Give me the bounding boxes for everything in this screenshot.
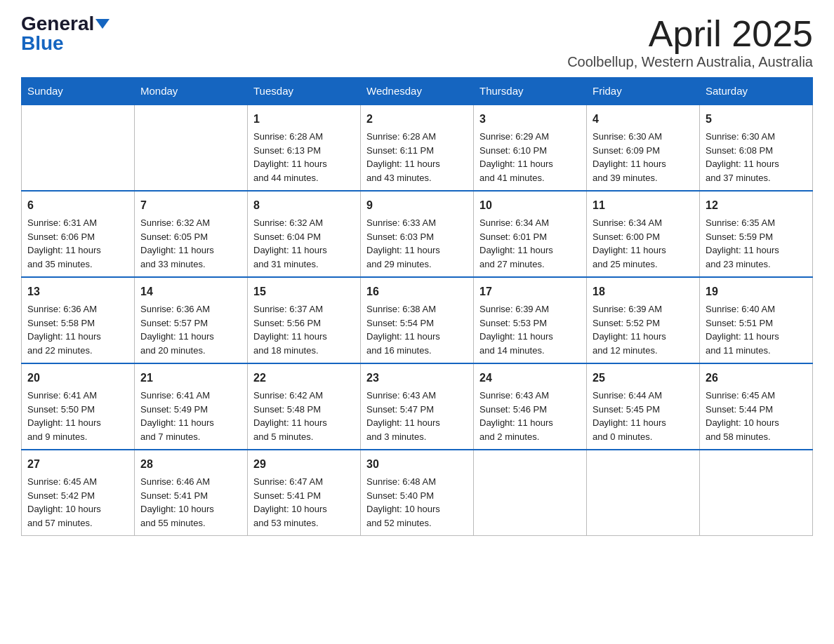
day-number: 5 bbox=[706, 111, 807, 128]
day-number: 30 bbox=[366, 456, 468, 473]
day-number: 25 bbox=[593, 370, 694, 387]
day-number: 11 bbox=[593, 197, 694, 214]
day-number: 26 bbox=[706, 370, 807, 387]
day-number: 21 bbox=[140, 370, 241, 387]
calendar-day-cell: 13Sunrise: 6:36 AM Sunset: 5:58 PM Dayli… bbox=[22, 277, 135, 363]
day-number: 29 bbox=[253, 456, 355, 473]
calendar-day-cell bbox=[22, 105, 135, 191]
day-number: 23 bbox=[366, 370, 468, 387]
calendar-day-cell: 11Sunrise: 6:34 AM Sunset: 6:00 PM Dayli… bbox=[587, 191, 700, 277]
calendar-day-cell: 26Sunrise: 6:45 AM Sunset: 5:44 PM Dayli… bbox=[700, 363, 813, 450]
calendar-day-cell: 1Sunrise: 6:28 AM Sunset: 6:13 PM Daylig… bbox=[248, 105, 361, 191]
day-info: Sunrise: 6:31 AM Sunset: 6:06 PM Dayligh… bbox=[27, 216, 128, 271]
calendar-week-row: 1Sunrise: 6:28 AM Sunset: 6:13 PM Daylig… bbox=[22, 105, 813, 191]
day-number: 2 bbox=[366, 111, 468, 128]
calendar-day-cell: 4Sunrise: 6:30 AM Sunset: 6:09 PM Daylig… bbox=[587, 105, 700, 191]
calendar-table: SundayMondayTuesdayWednesdayThursdayFrid… bbox=[21, 77, 813, 536]
day-number: 10 bbox=[479, 197, 581, 214]
day-info: Sunrise: 6:42 AM Sunset: 5:48 PM Dayligh… bbox=[253, 389, 355, 443]
day-info: Sunrise: 6:36 AM Sunset: 5:57 PM Dayligh… bbox=[140, 302, 241, 357]
day-info: Sunrise: 6:28 AM Sunset: 6:13 PM Dayligh… bbox=[253, 130, 355, 185]
day-number: 9 bbox=[366, 197, 468, 214]
day-info: Sunrise: 6:46 AM Sunset: 5:41 PM Dayligh… bbox=[140, 475, 241, 530]
calendar-day-cell bbox=[474, 450, 587, 536]
day-info: Sunrise: 6:28 AM Sunset: 6:11 PM Dayligh… bbox=[366, 130, 468, 185]
day-number: 20 bbox=[27, 370, 128, 387]
day-number: 22 bbox=[253, 370, 355, 387]
day-number: 7 bbox=[140, 197, 241, 214]
day-number: 3 bbox=[479, 111, 581, 128]
day-info: Sunrise: 6:38 AM Sunset: 5:54 PM Dayligh… bbox=[366, 302, 468, 357]
calendar-day-cell: 20Sunrise: 6:41 AM Sunset: 5:50 PM Dayli… bbox=[22, 363, 135, 450]
day-number: 17 bbox=[479, 283, 581, 300]
calendar-day-cell: 25Sunrise: 6:44 AM Sunset: 5:45 PM Dayli… bbox=[587, 363, 700, 450]
calendar-day-cell bbox=[135, 105, 248, 191]
calendar-day-cell bbox=[587, 450, 700, 536]
day-number: 14 bbox=[140, 283, 241, 300]
day-info: Sunrise: 6:34 AM Sunset: 6:00 PM Dayligh… bbox=[593, 216, 694, 271]
calendar-day-cell: 23Sunrise: 6:43 AM Sunset: 5:47 PM Dayli… bbox=[361, 363, 474, 450]
calendar-day-cell: 12Sunrise: 6:35 AM Sunset: 5:59 PM Dayli… bbox=[700, 191, 813, 277]
calendar-day-cell: 14Sunrise: 6:36 AM Sunset: 5:57 PM Dayli… bbox=[135, 277, 248, 363]
calendar-day-header: Tuesday bbox=[248, 78, 361, 105]
day-number: 24 bbox=[479, 370, 581, 387]
calendar-day-cell: 5Sunrise: 6:30 AM Sunset: 6:08 PM Daylig… bbox=[700, 105, 813, 191]
calendar-day-cell: 29Sunrise: 6:47 AM Sunset: 5:41 PM Dayli… bbox=[248, 450, 361, 536]
day-number: 6 bbox=[27, 197, 128, 214]
day-info: Sunrise: 6:45 AM Sunset: 5:44 PM Dayligh… bbox=[706, 389, 807, 443]
day-info: Sunrise: 6:47 AM Sunset: 5:41 PM Dayligh… bbox=[253, 475, 355, 530]
calendar-week-row: 20Sunrise: 6:41 AM Sunset: 5:50 PM Dayli… bbox=[22, 363, 813, 450]
calendar-day-cell: 22Sunrise: 6:42 AM Sunset: 5:48 PM Dayli… bbox=[248, 363, 361, 450]
calendar-day-header: Sunday bbox=[22, 78, 135, 105]
day-info: Sunrise: 6:30 AM Sunset: 6:09 PM Dayligh… bbox=[593, 130, 694, 185]
day-info: Sunrise: 6:40 AM Sunset: 5:51 PM Dayligh… bbox=[706, 302, 807, 357]
day-number: 8 bbox=[253, 197, 355, 214]
day-info: Sunrise: 6:41 AM Sunset: 5:49 PM Dayligh… bbox=[140, 389, 241, 443]
calendar-day-cell: 7Sunrise: 6:32 AM Sunset: 6:05 PM Daylig… bbox=[135, 191, 248, 277]
day-info: Sunrise: 6:44 AM Sunset: 5:45 PM Dayligh… bbox=[593, 389, 694, 443]
calendar-day-cell: 9Sunrise: 6:33 AM Sunset: 6:03 PM Daylig… bbox=[361, 191, 474, 277]
calendar-day-header: Thursday bbox=[474, 78, 587, 105]
day-info: Sunrise: 6:45 AM Sunset: 5:42 PM Dayligh… bbox=[27, 475, 128, 530]
calendar-day-cell: 6Sunrise: 6:31 AM Sunset: 6:06 PM Daylig… bbox=[22, 191, 135, 277]
title-block: April 2025 Coolbellup, Western Australia… bbox=[567, 14, 813, 70]
page-header: General Blue April 2025 Coolbellup, West… bbox=[21, 14, 813, 70]
day-number: 4 bbox=[593, 111, 694, 128]
day-info: Sunrise: 6:33 AM Sunset: 6:03 PM Dayligh… bbox=[366, 216, 468, 271]
day-info: Sunrise: 6:39 AM Sunset: 5:53 PM Dayligh… bbox=[479, 302, 581, 357]
calendar-body: 1Sunrise: 6:28 AM Sunset: 6:13 PM Daylig… bbox=[22, 105, 813, 536]
calendar-day-cell: 28Sunrise: 6:46 AM Sunset: 5:41 PM Dayli… bbox=[135, 450, 248, 536]
calendar-day-cell: 18Sunrise: 6:39 AM Sunset: 5:52 PM Dayli… bbox=[587, 277, 700, 363]
calendar-day-cell: 2Sunrise: 6:28 AM Sunset: 6:11 PM Daylig… bbox=[361, 105, 474, 191]
calendar-week-row: 13Sunrise: 6:36 AM Sunset: 5:58 PM Dayli… bbox=[22, 277, 813, 363]
day-info: Sunrise: 6:43 AM Sunset: 5:47 PM Dayligh… bbox=[366, 389, 468, 443]
day-number: 27 bbox=[27, 456, 128, 473]
calendar-day-cell: 15Sunrise: 6:37 AM Sunset: 5:56 PM Dayli… bbox=[248, 277, 361, 363]
day-info: Sunrise: 6:36 AM Sunset: 5:58 PM Dayligh… bbox=[27, 302, 128, 357]
day-info: Sunrise: 6:39 AM Sunset: 5:52 PM Dayligh… bbox=[593, 302, 694, 357]
calendar-week-row: 27Sunrise: 6:45 AM Sunset: 5:42 PM Dayli… bbox=[22, 450, 813, 536]
calendar-day-cell: 17Sunrise: 6:39 AM Sunset: 5:53 PM Dayli… bbox=[474, 277, 587, 363]
calendar-day-cell: 21Sunrise: 6:41 AM Sunset: 5:49 PM Dayli… bbox=[135, 363, 248, 450]
day-info: Sunrise: 6:34 AM Sunset: 6:01 PM Dayligh… bbox=[479, 216, 581, 271]
day-info: Sunrise: 6:48 AM Sunset: 5:40 PM Dayligh… bbox=[366, 475, 468, 530]
day-number: 16 bbox=[366, 283, 468, 300]
calendar-day-cell: 30Sunrise: 6:48 AM Sunset: 5:40 PM Dayli… bbox=[361, 450, 474, 536]
calendar-header-row: SundayMondayTuesdayWednesdayThursdayFrid… bbox=[22, 78, 813, 105]
day-info: Sunrise: 6:37 AM Sunset: 5:56 PM Dayligh… bbox=[253, 302, 355, 357]
calendar-day-cell: 27Sunrise: 6:45 AM Sunset: 5:42 PM Dayli… bbox=[22, 450, 135, 536]
day-number: 13 bbox=[27, 283, 128, 300]
calendar-day-cell: 24Sunrise: 6:43 AM Sunset: 5:46 PM Dayli… bbox=[474, 363, 587, 450]
calendar-day-cell: 3Sunrise: 6:29 AM Sunset: 6:10 PM Daylig… bbox=[474, 105, 587, 191]
day-number: 1 bbox=[253, 111, 355, 128]
day-info: Sunrise: 6:41 AM Sunset: 5:50 PM Dayligh… bbox=[27, 389, 128, 443]
logo-general: General bbox=[21, 14, 94, 34]
calendar-day-header: Monday bbox=[135, 78, 248, 105]
logo-arrow-icon bbox=[95, 19, 110, 29]
logo-blue: Blue bbox=[21, 34, 64, 53]
day-info: Sunrise: 6:32 AM Sunset: 6:04 PM Dayligh… bbox=[253, 216, 355, 271]
day-number: 19 bbox=[706, 283, 807, 300]
page-subtitle: Coolbellup, Western Australia, Australia bbox=[567, 54, 813, 70]
day-info: Sunrise: 6:35 AM Sunset: 5:59 PM Dayligh… bbox=[706, 216, 807, 271]
calendar-week-row: 6Sunrise: 6:31 AM Sunset: 6:06 PM Daylig… bbox=[22, 191, 813, 277]
